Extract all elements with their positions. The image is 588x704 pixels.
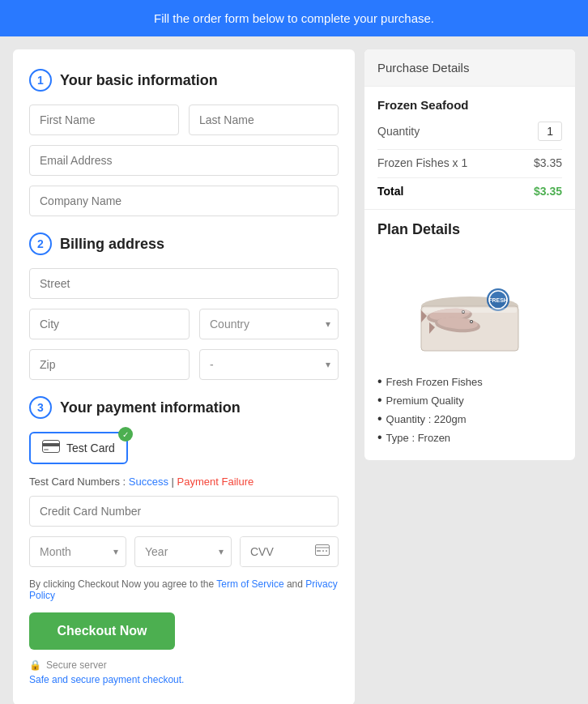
year-select-wrapper: Year 2024 2025 2026 [134,536,232,567]
test-card-note: Test Card Numbers : Success | Payment Fa… [29,476,339,488]
company-input[interactable] [29,186,339,216]
terms-text: By clicking Checkout Now you agree to th… [29,578,339,601]
pipe-separator: | [172,476,177,488]
section2-header: 2 Billing address [29,233,339,255]
section1-header: 1 Your basic information [29,69,339,92]
lock-icon: 🔒 [29,659,41,671]
city-country-row: Country United States United Kingdom Can… [29,309,339,339]
country-select-wrapper: Country United States United Kingdom Can… [199,309,339,339]
state-select[interactable]: - [199,349,339,380]
purchase-details-body: Frozen Seafood Quantity 1 Frozen Fishes … [364,87,575,209]
item-price: $3.35 [534,156,562,169]
test-card-option[interactable]: Test Card ✓ [29,432,128,464]
cvv-input[interactable] [241,537,307,566]
top-banner: Fill the order form below to complete yo… [0,0,588,36]
cvv-wrapper [240,536,339,567]
country-select[interactable]: Country United States United Kingdom Can… [199,309,339,339]
feature-1: Fresh Frozen Fishes [377,374,562,389]
quantity-row: Quantity 1 [377,122,562,141]
test-card-prefix: Test Card Numbers : [29,476,126,488]
payment-section: Test Card ✓ Test Card Numbers : Success … [29,432,339,685]
quantity-label: Quantity [377,125,420,138]
svg-rect-1 [42,443,60,446]
terms-of-service-link[interactable]: Term of Service [216,578,283,590]
detail-divider [377,149,562,150]
last-name-input[interactable] [189,105,339,135]
feature-3: Quantity : 220gm [377,412,562,426]
email-row [29,145,339,176]
svg-rect-7 [326,550,327,552]
secure-row: 🔒 Secure server [29,659,339,671]
zip-input[interactable] [29,349,190,380]
cc-number-input[interactable] [29,496,339,527]
street-row [29,268,339,299]
svg-rect-2 [44,449,49,450]
section2-title: Billing address [60,236,164,253]
total-divider [377,177,562,178]
purchase-details-header: Purchase Details [364,49,575,87]
company-row [29,186,339,216]
banner-text: Fill the order form below to complete yo… [154,11,434,25]
section3-title: Your payment information [60,399,241,416]
section1-title: Your basic information [60,72,218,89]
svg-rect-5 [317,550,321,552]
checkout-button[interactable]: Checkout Now [29,612,175,650]
card-label-text: Test Card [66,442,115,454]
secure-note: Safe and secure payment checkout. [29,674,339,685]
feature-4: Type : Frozen [377,430,562,445]
credit-card-icon [42,440,60,456]
cvv-icon [307,544,338,559]
total-label: Total [377,185,403,198]
plan-features: Fresh Frozen Fishes Premium Quality Quan… [377,374,562,445]
name-row [29,105,339,135]
email-input[interactable] [29,145,339,176]
check-badge: ✓ [118,427,133,442]
terms-and: and [287,578,305,590]
city-input[interactable] [29,309,190,339]
total-row: Total $3.35 [377,185,562,198]
first-name-input[interactable] [29,105,179,135]
secure-label: Secure server [46,659,107,671]
svg-point-22 [471,321,472,322]
product-name: Frozen Seafood [377,98,562,112]
left-panel: 1 Your basic information 2 Billing addre… [13,49,355,704]
cc-input-row [29,496,339,527]
right-panel: Purchase Details Frozen Seafood Quantity… [364,49,575,460]
fish-box-image: FRESH [377,250,562,363]
item-label: Frozen Fishes x 1 [377,156,467,169]
svg-text:FRESH: FRESH [488,297,508,303]
failure-link[interactable]: Payment Failure [177,476,254,488]
section1-number: 1 [29,69,52,92]
total-amount: $3.35 [534,185,562,198]
month-select-wrapper: Month 01 02 03 12 [29,536,126,567]
feature-2: Premium Quality [377,393,562,407]
plan-details-section: Plan Details FRESH [364,209,575,460]
section3-header: 3 Your payment information [29,396,339,419]
main-content: 1 Your basic information 2 Billing addre… [0,36,588,704]
success-link[interactable]: Success [129,476,168,488]
zip-state-row: - [29,349,339,380]
plan-title: Plan Details [377,221,562,238]
terms-prefix: By clicking Checkout Now you agree to th… [29,578,216,590]
section3-number: 3 [29,396,52,419]
year-select[interactable]: Year 2024 2025 2026 [134,536,232,567]
fish-illustration: FRESH [405,258,535,355]
section2-number: 2 [29,233,52,255]
checkout-label: Checkout Now [57,624,147,638]
street-input[interactable] [29,268,339,299]
cc-expiry-row: Month 01 02 03 12 Year 2024 2025 2026 [29,536,339,567]
quantity-value: 1 [538,122,562,141]
svg-rect-24 [423,308,517,313]
month-select[interactable]: Month 01 02 03 12 [29,536,126,567]
item-row: Frozen Fishes x 1 $3.35 [377,156,562,169]
svg-rect-6 [322,550,324,552]
page-wrapper: Fill the order form below to complete yo… [0,0,588,704]
state-select-wrapper: - [199,349,339,380]
